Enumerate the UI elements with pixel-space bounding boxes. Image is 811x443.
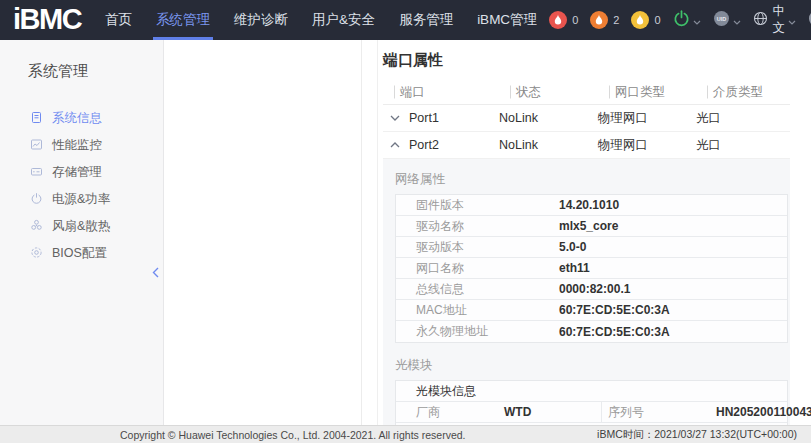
line-chart-icon (30, 138, 43, 154)
port-name: Port1 (409, 111, 439, 125)
copyright-text: Copyright © Huawei Technologies Co., Ltd… (120, 429, 466, 441)
serial-label: 序列号 (601, 402, 716, 422)
power-icon (673, 10, 690, 31)
uid-indicator-dropdown[interactable]: UID (713, 10, 741, 31)
minor-alarm-count: 0 (654, 14, 660, 26)
network-properties-table: 固件版本 14.20.1010 驱动名称 mlx5_core 驱动版本 5.0-… (395, 194, 788, 343)
document-icon (30, 111, 43, 127)
minor-alarm-flame-icon (631, 11, 649, 29)
chevron-down-icon (788, 11, 796, 29)
critical-alarm-flame-icon (549, 11, 567, 29)
chevron-up-icon[interactable] (390, 142, 400, 148)
sidebar-item-label: 电源&功率 (52, 191, 110, 208)
secondary-panel (165, 40, 362, 425)
collapse-sidebar-arrow[interactable] (147, 263, 163, 281)
port-state: NoLink (499, 111, 598, 125)
optical-module-section: 光模块 光模块信息 厂商 WTD 序列号 HN205200110043 (395, 357, 788, 425)
sidebar-item-performance-monitor[interactable]: 性能监控 (0, 132, 163, 159)
svg-text:UID: UID (716, 15, 726, 21)
table-row: 固件版本 14.20.1010 (396, 195, 787, 216)
network-properties-title: 网络属性 (395, 171, 788, 188)
table-row-port2[interactable]: Port2 NoLink 物理网口 光口 (383, 132, 790, 159)
port-media: 光口 (696, 110, 790, 127)
port-state: NoLink (499, 138, 598, 152)
table-row: 总线信息 0000:82:00.1 (396, 279, 787, 300)
major-alarm-count: 2 (613, 14, 619, 26)
globe-icon (753, 11, 768, 30)
major-alarm-flame-icon (590, 11, 608, 29)
sidebar-title: 系统管理 (0, 40, 163, 81)
nav-item-maintenance-diagnostics[interactable]: 维护诊断 (222, 0, 300, 40)
nav-item-ibmc-management[interactable]: iBMC管理 (465, 0, 549, 40)
chevron-down-icon (693, 11, 701, 29)
sidebar-item-storage-management[interactable]: 存储管理 (0, 159, 163, 186)
table-row: 驱动名称 mlx5_core (396, 216, 787, 237)
sidebar-item-bios-config[interactable]: BIOS配置 (0, 240, 163, 267)
sidebar-item-label: BIOS配置 (52, 245, 107, 262)
ibmc-logo[interactable]: iBMC (13, 3, 81, 36)
gear-icon (30, 246, 43, 262)
language-dropdown[interactable]: 中文 (753, 3, 797, 37)
main-content: 端口属性 端口 状态 网口类型 介质类型 Port1 NoLink 物理网口 光… (378, 40, 811, 425)
sidebar-item-fans-cooling[interactable]: 风扇&散热 (0, 213, 163, 240)
port-table-header: 端口 状态 网口类型 介质类型 (383, 80, 790, 105)
port-type: 物理网口 (598, 110, 696, 127)
sidebar-menu: 系统信息 性能监控 存储管理 电源&功率 风扇&散热 (0, 105, 163, 267)
footer: Copyright © Huawei Technologies Co., Ltd… (0, 425, 811, 443)
uid-icon: UID (713, 10, 730, 31)
port2-expanded-details: 网络属性 固件版本 14.20.1010 驱动名称 mlx5_core 驱动版本… (383, 159, 790, 425)
port-media: 光口 (696, 137, 790, 154)
ibmc-time: iBMC时间：2021/03/27 13:32(UTC+00:00) (597, 428, 797, 442)
nav-item-service-management[interactable]: 服务管理 (387, 0, 465, 40)
sidebar-item-power[interactable]: 电源&功率 (0, 186, 163, 213)
top-navbar: iBMC 首页 系统管理 维护诊断 用户&安全 服务管理 iBMC管理 0 2 … (0, 0, 811, 40)
vendor-label: 厂商 (396, 404, 504, 421)
navbar-right-cluster: 0 2 0 UID (549, 3, 811, 37)
column-header-port-type: 网口类型 (598, 84, 696, 101)
main-nav: 首页 系统管理 维护诊断 用户&安全 服务管理 iBMC管理 (93, 0, 549, 40)
minor-alarm-button[interactable]: 0 (631, 11, 660, 29)
table-row: 网口名称 eth11 (396, 258, 787, 279)
table-row: 驱动版本 5.0-0 (396, 237, 787, 258)
table-row: MAC地址 60:7E:CD:5E:C0:3A (396, 300, 787, 321)
vendor-value: WTD (504, 405, 601, 419)
panel-divider (363, 40, 378, 425)
power-control-dropdown[interactable] (673, 10, 701, 31)
port-name: Port2 (409, 138, 439, 152)
column-header-port: 端口 (383, 84, 499, 101)
power-icon (30, 192, 43, 208)
optical-module-title: 光模块 (395, 357, 788, 374)
sidebar-item-label: 性能监控 (52, 137, 102, 154)
language-label: 中文 (773, 3, 786, 37)
serial-value: HN205200110043 (716, 405, 811, 419)
critical-alarm-button[interactable]: 0 (549, 11, 578, 29)
page-title: 端口属性 (383, 51, 790, 70)
sidebar-item-label: 存储管理 (52, 164, 102, 181)
chevron-down-icon (733, 11, 741, 29)
critical-alarm-count: 0 (572, 14, 578, 26)
major-alarm-button[interactable]: 2 (590, 11, 619, 29)
optical-module-table: 光模块信息 厂商 WTD 序列号 HN205200110043 (395, 380, 788, 425)
nav-item-system-management[interactable]: 系统管理 (144, 0, 222, 40)
column-header-state: 状态 (499, 84, 598, 101)
table-row-port1[interactable]: Port1 NoLink 物理网口 光口 (383, 105, 790, 132)
fan-icon (30, 219, 43, 235)
storage-drive-icon (30, 165, 43, 181)
sidebar-item-label: 风扇&散热 (52, 218, 110, 235)
port-type: 物理网口 (598, 137, 696, 154)
table-row: 厂商 WTD 序列号 HN205200110043 (396, 402, 787, 423)
nav-item-user-security[interactable]: 用户&安全 (300, 0, 387, 40)
table-row: 永久物理地址 60:7E:CD:5E:C0:3A (396, 321, 787, 342)
column-header-media-type: 介质类型 (696, 84, 790, 101)
port-table: 端口 状态 网口类型 介质类型 Port1 NoLink 物理网口 光口 (383, 80, 790, 425)
nav-item-home[interactable]: 首页 (93, 0, 144, 40)
sidebar-item-system-info[interactable]: 系统信息 (0, 105, 163, 132)
chevron-down-icon[interactable] (390, 115, 400, 121)
optical-module-info-header: 光模块信息 (396, 381, 787, 402)
sidebar-item-label: 系统信息 (52, 110, 102, 127)
sidebar: 系统管理 系统信息 性能监控 存储管理 电源&功率 (0, 40, 164, 425)
